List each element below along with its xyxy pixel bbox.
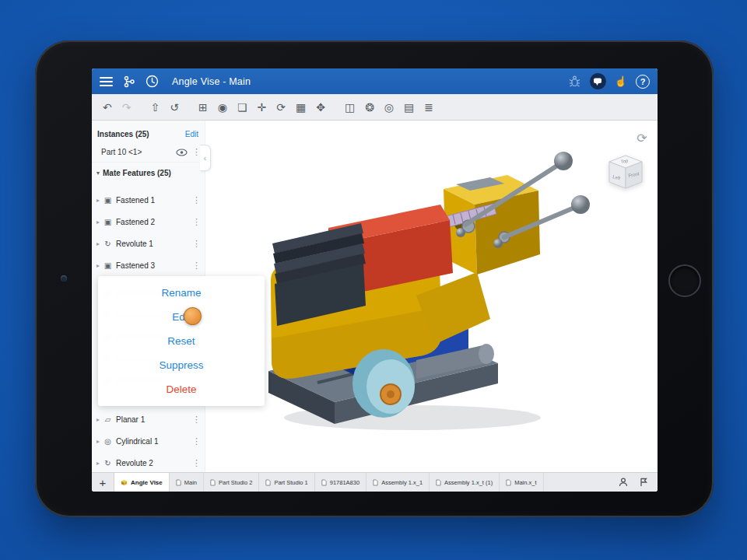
chevron-right-icon[interactable]: ▸ [96,197,100,204]
mate-item-revolute-1[interactable]: ▸ ↻ Revolute 1 ⋮ [92,233,205,254]
menu-icon[interactable] [100,77,113,86]
document-tab-bar: + Angle Vise Main Part Studio 2 [92,472,658,492]
help-icon[interactable]: ? [636,75,650,89]
overflow-menu-icon[interactable]: ⋮ [192,458,201,468]
chevron-right-icon[interactable]: ▸ [96,438,100,445]
mate-item-label: Revolute 1 [116,240,153,248]
context-menu-rename[interactable]: Rename [98,281,265,305]
overflow-menu-icon[interactable]: ⋮ [192,239,201,249]
new-tab-button[interactable]: + [92,473,114,492]
insert-icon[interactable]: ⊞ [198,102,208,113]
feedback-chat-icon[interactable] [590,73,606,89]
flag-icon[interactable] [639,478,648,487]
part-list-item[interactable]: Part 10 <1> ⋮ [92,142,205,163]
3d-model-angle-vise [257,144,599,439]
touch-mode-icon[interactable]: ☝ [615,76,627,86]
cylindrical-mate-icon: ◎ [103,437,113,446]
camera-dot [61,275,67,282]
revolute-mate-icon: ↻ [103,459,113,467]
export-icon[interactable]: ⇧ [150,102,160,113]
visibility-eye-icon[interactable] [176,149,188,156]
tab-part-studio-2[interactable]: Part Studio 2 [204,473,259,492]
transform-icon[interactable]: ✥ [316,102,325,113]
document-icon [210,479,216,486]
mate-item-label: Planar 1 [116,415,145,424]
pattern-icon[interactable]: ▤ [404,102,414,113]
document-icon [265,479,271,486]
context-menu-edit[interactable]: Edit [98,305,265,329]
versions-icon[interactable] [123,75,135,88]
touch-indicator [184,307,202,325]
history-icon[interactable]: ↺ [170,102,179,113]
tab-main[interactable]: Main [170,473,204,492]
chevron-right-icon[interactable]: ▸ [96,460,100,467]
chevron-down-icon[interactable]: ▾ [96,170,100,177]
fastened-mate-icon: ▣ [103,218,113,226]
view-cube[interactable]: Top Left Front [601,150,648,197]
document-icon [373,479,378,486]
tab-assembly-1-x-1[interactable]: Assembly 1.x_1 [366,473,430,492]
overflow-menu-icon[interactable]: ⋮ [192,217,201,227]
redo-icon[interactable]: ↷ [122,102,132,113]
undo-icon[interactable]: ↶ [103,102,112,113]
chevron-right-icon[interactable]: ▸ [96,240,100,247]
edit-list-link[interactable]: Edit [185,130,198,138]
topbar-right-icons: ☝ ? [568,73,650,89]
panel-collapse-handle[interactable]: ‹ [200,145,211,171]
tab-part-studio-1[interactable]: Part Studio 1 [259,473,314,492]
rotate-view-icon[interactable]: ⟳ [633,128,651,147]
tab-label: Angle Vise [131,479,163,486]
mate-item-planar-1[interactable]: ▸ ▱ Planar 1 ⋮ [92,408,205,430]
chevron-right-icon[interactable]: ▸ [96,219,100,226]
tablet-device: Angle Vise - Main ☝ ? [35,40,714,517]
section-view-icon[interactable]: ◫ [345,102,355,113]
context-menu: Rename Edit Reset Suppress Delete [98,276,265,406]
document-icon [436,479,441,486]
context-menu-suppress[interactable]: Suppress [98,353,265,377]
tab-angle-vise[interactable]: Angle Vise [114,473,170,492]
overflow-menu-icon[interactable]: ⋮ [192,261,201,271]
tab-label: Main.x_t [514,479,536,486]
chevron-right-icon[interactable]: ▸ [96,262,100,269]
inspect-icon[interactable]: ◎ [384,102,394,113]
mate-features-header-row[interactable]: ▾ Mate Features (25) [92,163,205,183]
mate-item-label: Fastened 1 [116,196,155,205]
top-navigation-bar: Angle Vise - Main ☝ ? [92,68,658,94]
context-menu-reset[interactable]: Reset [98,329,265,353]
tab-main-x-t[interactable]: Main.x_t [500,473,543,492]
tabbar-right-icons [619,473,658,492]
chevron-right-icon[interactable]: ▸ [96,416,100,423]
tab-label: Assembly 1.x_t (1) [444,479,493,486]
bug-icon[interactable] [568,75,581,87]
context-menu-delete[interactable]: Delete [98,377,265,401]
mate-item-revolute-2[interactable]: ▸ ↻ Revolute 2 ⋮ [92,452,205,472]
tab-assembly-1-x-t-1[interactable]: Assembly 1.x_t (1) [430,473,500,492]
overflow-menu-icon[interactable]: ⋮ [192,415,201,425]
model-canvas[interactable]: ⟳ Top Left Front [205,121,658,472]
overflow-menu-icon[interactable]: ⋮ [192,195,201,205]
part-label: Part 10 <1> [101,148,142,156]
user-icon[interactable] [619,478,628,487]
assembly-cube-icon [121,479,128,486]
stack-icon[interactable]: ≣ [424,102,433,113]
mate-item-cylindrical-1[interactable]: ▸ ◎ Cylindrical 1 ⋮ [92,430,205,452]
mate-item-fastened-1[interactable]: ▸ ▣ Fastened 1 ⋮ [92,189,205,211]
mate-item-label: Fastened 3 [116,261,155,270]
overflow-menu-icon[interactable]: ⋮ [192,436,201,446]
document-icon [321,479,327,486]
history-clock-icon[interactable] [146,75,159,88]
appearance-icon[interactable]: ❂ [365,102,374,113]
rotate-icon[interactable]: ⟳ [276,102,286,113]
fastened-mate-icon: ▣ [103,196,113,205]
mate-item-fastened-3[interactable]: ▸ ▣ Fastened 3 ⋮ [92,254,205,276]
move-icon[interactable]: ✛ [257,102,266,113]
group-icon[interactable]: ❏ [237,102,247,113]
fastened-mate-icon: ▣ [103,261,113,270]
desktop-background: Angle Vise - Main ☝ ? [0,0,747,560]
mate-icon[interactable]: ◉ [218,102,227,113]
tab-91781a830[interactable]: 91781A830 [315,473,366,492]
mate-item-fastened-2[interactable]: ▸ ▣ Fastened 2 ⋮ [92,211,205,233]
instances-header: Instances (25) [97,130,149,138]
snap-mode-icon[interactable]: ▦ [296,102,306,113]
home-button[interactable] [668,264,701,297]
